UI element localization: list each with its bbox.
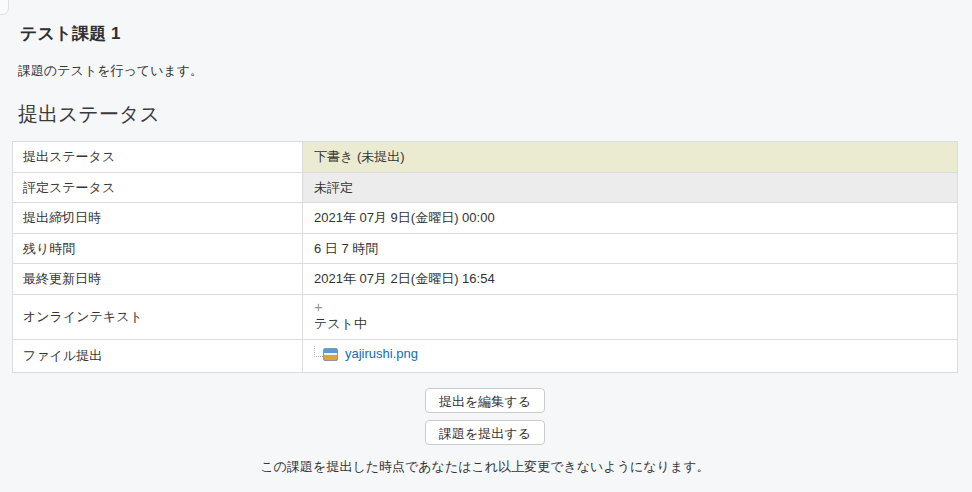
table-row-last-modified: 最終更新日時 2021年 07月 2日(金曜日) 16:54	[13, 264, 958, 295]
table-row-grading-status: 評定ステータス 未評定	[13, 172, 958, 203]
table-row-due-date: 提出締切日時 2021年 07月 9日(金曜日) 00:00	[13, 203, 958, 234]
due-date-value: 2021年 07月 9日(金曜日) 00:00	[303, 203, 958, 234]
action-buttons: 提出を編集する 課題を提出する	[12, 388, 958, 445]
row-label: 提出締切日時	[13, 203, 303, 234]
row-label: ファイル提出	[13, 339, 303, 372]
assignment-page: テスト課題 1 課題のテストを行っています。 提出ステータス 提出ステータス 下…	[12, 0, 958, 476]
row-label: 残り時間	[13, 233, 303, 264]
row-label: オンラインテキスト	[13, 294, 303, 339]
page-title: テスト課題 1	[20, 22, 958, 45]
submission-status-value: 下書き (未提出)	[303, 142, 958, 173]
image-file-icon	[323, 348, 338, 361]
edit-submission-button[interactable]: 提出を編集する	[425, 388, 545, 413]
submit-assignment-button[interactable]: 課題を提出する	[425, 420, 545, 445]
last-modified-value: 2021年 07月 2日(金曜日) 16:54	[303, 264, 958, 295]
time-remaining-value: 6 日 7 時間	[303, 233, 958, 264]
submission-status-heading: 提出ステータス	[18, 101, 958, 128]
table-row-file-submissions: ファイル提出 yajirushi.png	[13, 339, 958, 372]
row-label: 評定ステータス	[13, 172, 303, 203]
online-text-content: テスト中	[314, 316, 947, 332]
assignment-description: 課題のテストを行っています。	[18, 62, 958, 80]
grading-status-value: 未評定	[303, 172, 958, 203]
file-submission-cell: yajirushi.png	[303, 339, 958, 372]
table-row-submission-status: 提出ステータス 下書き (未提出)	[13, 142, 958, 173]
submission-file-link[interactable]: yajirushi.png	[345, 346, 418, 361]
submission-final-note: この課題を提出した時点であなたはこれ以上変更できないようになります。	[12, 458, 958, 476]
row-label: 提出ステータス	[13, 142, 303, 173]
table-row-online-text: オンラインテキスト + テスト中	[13, 294, 958, 339]
tree-branch-icon	[314, 346, 323, 357]
submission-status-table: 提出ステータス 下書き (未提出) 評定ステータス 未評定 提出締切日時 202…	[12, 141, 958, 373]
expand-toggle-icon[interactable]: +	[314, 299, 326, 314]
table-row-time-remaining: 残り時間 6 日 7 時間	[13, 233, 958, 264]
header-corner-decoration	[0, 0, 9, 15]
online-text-cell: + テスト中	[303, 294, 958, 339]
row-label: 最終更新日時	[13, 264, 303, 295]
